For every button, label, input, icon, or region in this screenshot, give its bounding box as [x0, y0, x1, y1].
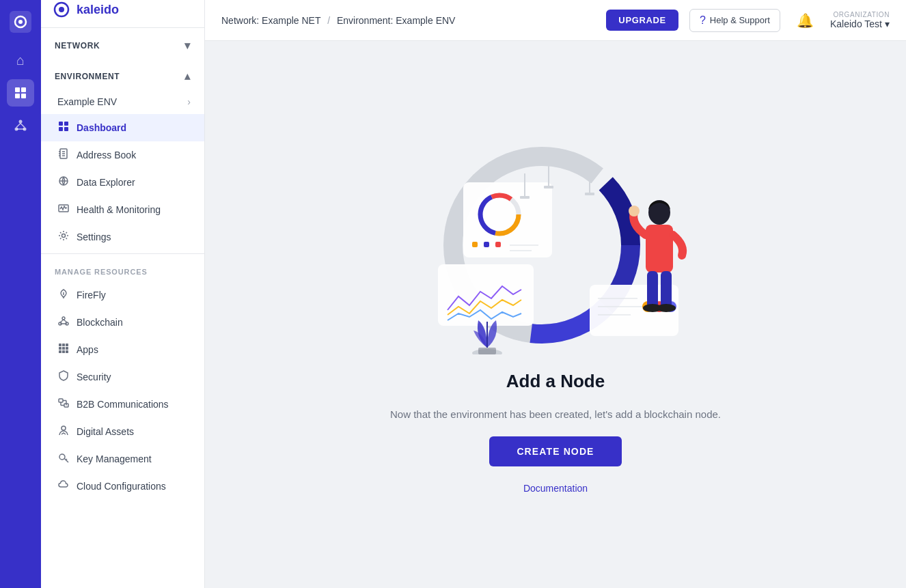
sidebar-item-blockchain-label: Blockchain — [77, 317, 123, 328]
env-name-item[interactable]: Example ENV › — [41, 89, 204, 114]
brand-name: kaleido — [77, 3, 119, 17]
svg-point-86 — [657, 304, 676, 312]
apps-icon — [57, 343, 70, 356]
sidebar-item-address-book-label: Address Book — [77, 150, 136, 160]
rail-nodes-icon[interactable] — [7, 112, 34, 139]
health-monitoring-icon — [57, 203, 70, 216]
svg-rect-41 — [62, 347, 65, 350]
sidebar-item-apps[interactable]: Apps — [41, 336, 204, 363]
svg-rect-4 — [21, 87, 26, 92]
breadcrumb-network: Network: Example NET — [221, 15, 320, 26]
upgrade-button[interactable]: UPGRADE — [606, 10, 678, 31]
settings-icon — [57, 230, 70, 244]
sidebar-item-key-management[interactable]: Key Management — [41, 445, 204, 473]
env-name-label: Example ENV — [57, 96, 117, 107]
help-circle-icon: ? — [700, 14, 706, 27]
sidebar-item-firefly-label: FireFly — [77, 290, 106, 300]
svg-rect-39 — [66, 344, 68, 346]
network-section-header[interactable]: NETWORK ▾ — [41, 28, 204, 59]
svg-rect-42 — [66, 347, 68, 350]
svg-rect-82 — [646, 225, 673, 272]
sidebar-item-digital-assets[interactable]: Digital Assets — [41, 418, 204, 445]
svg-rect-79 — [478, 348, 496, 354]
svg-rect-40 — [59, 347, 61, 350]
sidebar-item-health-monitoring-label: Health & Monitoring — [77, 204, 161, 215]
svg-rect-67 — [495, 242, 501, 247]
svg-point-2 — [18, 20, 23, 24]
add-node-title: Add a Node — [506, 371, 605, 392]
help-support-button[interactable]: ? Help & Support — [689, 9, 780, 32]
sidebar-item-security[interactable]: Security — [41, 363, 204, 391]
sidebar-item-security-label: Security — [77, 372, 111, 382]
svg-rect-65 — [472, 242, 478, 247]
svg-rect-18 — [64, 127, 68, 131]
svg-rect-84 — [661, 271, 672, 309]
documentation-link[interactable]: Documentation — [523, 483, 588, 494]
network-label: NETWORK — [55, 41, 100, 51]
sidebar-item-settings[interactable]: Settings — [41, 223, 204, 251]
security-icon — [57, 370, 70, 384]
sidebar-item-dashboard[interactable]: Dashboard — [41, 114, 204, 141]
kaleido-logo[interactable]: kaleido — [41, 0, 204, 28]
svg-rect-17 — [59, 127, 63, 131]
sidebar-item-key-management-label: Key Management — [77, 453, 152, 464]
rail-home-icon[interactable]: ⌂ — [7, 46, 34, 74]
breadcrumb-sep: / — [327, 15, 330, 26]
add-node-desc: Now that the environment has been create… — [390, 408, 721, 420]
sidebar-item-blockchain[interactable]: Blockchain — [41, 309, 204, 336]
sidebar-item-cloud-configs[interactable]: Cloud Configurations — [41, 473, 204, 500]
org-name: Kaleido Test ▾ — [830, 18, 890, 29]
svg-rect-16 — [64, 122, 68, 126]
top-bar: Network: Example NET / Environment: Exam… — [205, 0, 906, 41]
rail-grid-icon[interactable] — [7, 79, 34, 107]
environment-section-header[interactable]: ENVIRONMENT ▴ — [41, 59, 204, 89]
nav-divider — [41, 253, 204, 254]
svg-rect-91 — [520, 196, 530, 199]
environment-label: ENVIRONMENT — [55, 72, 120, 81]
sidebar-item-digital-assets-label: Digital Assets — [77, 426, 134, 437]
digital-assets-icon — [57, 425, 70, 438]
breadcrumb-env: Environment: Example ENV — [337, 15, 456, 26]
create-node-button[interactable]: CREATE NODE — [489, 436, 621, 466]
svg-rect-93 — [585, 193, 594, 195]
main-area: Network: Example NET / Environment: Exam… — [205, 0, 906, 588]
content-area: Add a Node Now that the environment has … — [205, 41, 906, 588]
firefly-icon — [57, 288, 70, 302]
svg-rect-44 — [62, 350, 65, 353]
network-chevron-down-icon: ▾ — [184, 39, 191, 52]
b2b-icon — [57, 397, 70, 411]
svg-line-10 — [16, 124, 20, 128]
logo-icon[interactable] — [7, 8, 34, 36]
manage-resources-header: MANAGE RESOURCES — [41, 257, 204, 281]
sidebar-item-dashboard-label: Dashboard — [77, 122, 126, 133]
icon-rail: ⌂ — [0, 0, 41, 588]
svg-rect-92 — [544, 186, 553, 188]
sidebar-item-data-explorer[interactable]: Data Explorer — [41, 169, 204, 196]
svg-rect-6 — [21, 94, 26, 98]
sidebar-item-address-book[interactable]: Address Book — [41, 141, 204, 169]
svg-point-52 — [61, 426, 66, 430]
environment-chevron-up-icon: ▴ — [184, 70, 191, 83]
sidebar-item-health-monitoring[interactable]: Health & Monitoring — [41, 196, 204, 223]
cloud-configurations-icon — [57, 479, 70, 493]
svg-point-7 — [19, 120, 23, 124]
add-node-illustration — [405, 136, 706, 354]
dashboard-icon — [57, 121, 70, 135]
key-management-icon — [57, 452, 70, 466]
svg-rect-45 — [66, 350, 68, 353]
svg-rect-38 — [62, 344, 65, 346]
svg-rect-3 — [15, 87, 20, 92]
org-section[interactable]: ORGANIZATION Kaleido Test ▾ — [830, 11, 890, 29]
notifications-bell-icon[interactable]: 🔔 — [791, 12, 819, 29]
svg-point-14 — [59, 7, 64, 12]
svg-rect-46 — [59, 399, 63, 402]
sidebar-item-firefly[interactable]: FireFly — [41, 281, 204, 309]
svg-line-34 — [60, 320, 64, 322]
svg-rect-15 — [59, 122, 63, 126]
svg-line-11 — [20, 124, 25, 128]
sidebar-item-b2b[interactable]: B2B Communications — [41, 391, 204, 418]
svg-rect-66 — [484, 242, 489, 247]
left-nav: kaleido NETWORK ▾ ENVIRONMENT ▴ Example … — [41, 0, 205, 588]
sidebar-item-cloud-configs-label: Cloud Configurations — [77, 481, 166, 492]
svg-rect-83 — [647, 271, 658, 309]
